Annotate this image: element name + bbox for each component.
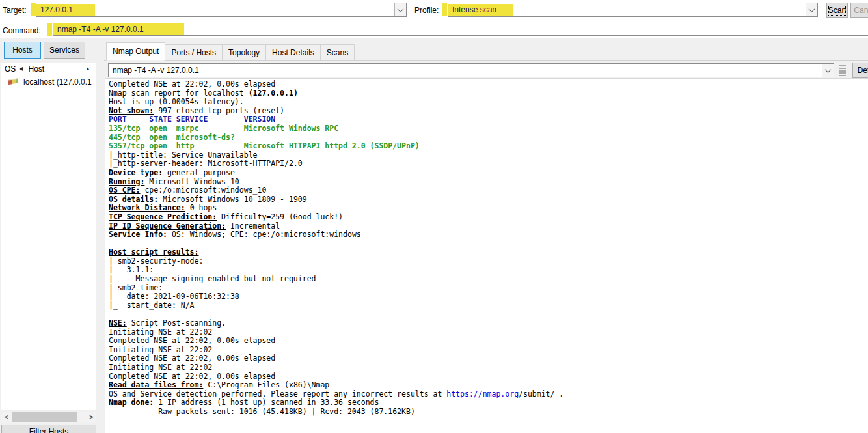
- output-text-segment: Completed NSE at 22:02, 0.00s elapsed: [109, 372, 275, 381]
- output-text-segment: Raw packets sent: 1016 (45.418KB) | Rcvd…: [109, 407, 415, 416]
- output-text-segment: Completed NSE at 22:02, 0.00s elapsed: [109, 354, 275, 363]
- target-value[interactable]: 127.0.0.1: [36, 4, 95, 16]
- output-text-segment: Nmap done:: [109, 398, 154, 407]
- target-combobox[interactable]: 127.0.0.1: [36, 3, 407, 17]
- output-text-segment: /submit/ .: [519, 389, 563, 398]
- output-text-segment: Not shown:: [109, 106, 154, 115]
- output-text-segment: 135/tcp open msrpc Microsoft Windows RPC: [109, 124, 338, 133]
- output-text-segment: | date: 2021-09-06T16:32:38: [109, 292, 239, 301]
- output-text-segment: Device type:: [109, 168, 163, 177]
- scan-combobox[interactable]: nmap -T4 -A -v 127.0.0.1: [108, 63, 834, 77]
- zenmap-window: Target: 127.0.0.1 Profile: Intense scan …: [0, 0, 868, 433]
- host-list-header[interactable]: OS ◀ Host ▲: [1, 63, 96, 76]
- output-text-segment: Difficulty=259 (Good luck!): [217, 212, 343, 221]
- output-text-segment: Incremental: [226, 221, 280, 230]
- scan-dropdown-icon[interactable]: [822, 64, 834, 77]
- host-list-panel: OS ◀ Host ▲ localhost (127.0.0.1: [1, 63, 96, 410]
- output-text-segment: Host script results:: [109, 247, 198, 257]
- output-text-segment: Network Distance:: [109, 203, 185, 212]
- tab-bar: Nmap Output Ports / Hosts Topology Host …: [104, 42, 354, 60]
- output-text-segment: TCP Sequence Prediction:: [109, 212, 217, 221]
- output-text-segment: |_ start_date: N/A: [109, 301, 195, 310]
- scan-combo-value[interactable]: nmap -T4 -A -v 127.0.0.1: [109, 64, 203, 76]
- output-text-segment: general purpose: [163, 168, 235, 177]
- output-text-segment: IP ID Sequence Generation:: [109, 221, 226, 230]
- tab-scans[interactable]: Scans: [320, 44, 355, 60]
- command-value[interactable]: nmap -T4 -A -v 127.0.0.1: [53, 23, 184, 35]
- output-text-segment: | smb2-security-mode:: [109, 257, 208, 266]
- output-text-segment: cpe:/o:microsoft:windows_10: [140, 186, 266, 195]
- profile-value[interactable]: Intense scan: [448, 4, 513, 16]
- profile-combobox[interactable]: Intense scan: [448, 3, 818, 17]
- output-text-segment: 997 closed tcp ports (reset): [154, 106, 284, 115]
- output-text-segment: Microsoft Windows 10: [144, 177, 239, 186]
- command-highlight-strip: [47, 23, 52, 36]
- output-text-segment: Initiating NSE at 22:02: [109, 328, 212, 337]
- output-text-segment: Script Post-scanning.: [127, 318, 226, 328]
- output-text-segment: NSE:: [109, 318, 127, 328]
- output-text-segment: |_http-server-header: Microsoft-HTTPAPI/…: [109, 159, 303, 168]
- target-highlight-strip: [31, 3, 36, 16]
- host-list-item[interactable]: localhost (127.0.0.1: [1, 76, 96, 88]
- details-button[interactable]: Details: [852, 63, 868, 78]
- output-text-segment: Nmap scan report for localhost: [109, 89, 249, 98]
- hosts-button[interactable]: Hosts: [4, 42, 41, 59]
- output-text-segment: | 3.1.1:: [109, 265, 158, 274]
- output-text-segment: Host is up (0.00054s latency).: [109, 97, 244, 106]
- host-list-hscrollbar[interactable]: < >: [1, 412, 96, 423]
- tab-host-details[interactable]: Host Details: [265, 44, 321, 60]
- tab-ports-hosts[interactable]: Ports / Hosts: [165, 44, 223, 60]
- hscrollbar-thumb[interactable]: [12, 412, 77, 422]
- output-text-segment: Completed NSE at 22:02, 0.00s elapsed: [109, 336, 275, 345]
- profile-label: Profile:: [414, 6, 439, 15]
- output-text-segment: Initiating NSE at 22:02: [109, 345, 212, 354]
- output-text-segment: PORT STATE SERVICE VERSION: [109, 115, 275, 124]
- output-text-segment: Completed NSE at 22:02, 0.00s elapsed: [109, 79, 275, 89]
- toolbar: Target: 127.0.0.1 Profile: Intense scan …: [0, 0, 868, 38]
- services-button[interactable]: Services: [44, 42, 85, 59]
- nmap-output-text[interactable]: Completed NSE at 22:02, 0.00s elapsedNma…: [105, 78, 868, 433]
- output-text-segment: Microsoft Windows 10 1809 - 1909: [158, 195, 306, 204]
- output-text-segment: Initiating NSE at 22:02: [109, 363, 212, 372]
- output-text-segment: | smb2-time:: [109, 283, 167, 292]
- scan-button[interactable]: Scan: [826, 3, 848, 18]
- profile-dropdown-icon[interactable]: [806, 3, 817, 16]
- output-text-segment: 5357/tcp open http Microsoft HTTPAPI htt…: [109, 141, 420, 150]
- output-text-segment: Read data files from:: [109, 380, 203, 389]
- output-text-segment: OS details:: [109, 195, 158, 204]
- list-lines-icon: [839, 65, 846, 76]
- nmap-org-link[interactable]: https://nmap.org: [446, 389, 519, 398]
- target-dropdown-icon[interactable]: [394, 3, 406, 16]
- output-text-segment: 0 hops: [185, 203, 217, 212]
- command-entry[interactable]: nmap -T4 -A -v 127.0.0.1: [53, 23, 868, 36]
- target-label: Target:: [3, 6, 27, 15]
- output-text-segment: OS and Service detection performed. Plea…: [109, 389, 446, 398]
- command-label: Command:: [3, 26, 41, 35]
- output-text-segment: |_http-title: Service Unavailable: [109, 150, 257, 160]
- output-text-segment: OS: Windows; CPE: cpe:/o:microsoft:windo…: [167, 230, 361, 239]
- os-column-header[interactable]: OS: [5, 64, 16, 74]
- sort-ascending-icon: ▲: [85, 66, 90, 72]
- tab-topology[interactable]: Topology: [222, 44, 266, 60]
- os-icon: [8, 77, 18, 86]
- output-text-segment: 1 IP address (1 host up) scanned in 33.3…: [154, 398, 379, 407]
- filter-hosts-button[interactable]: Filter Hosts: [1, 425, 96, 433]
- scroll-left-icon[interactable]: <: [1, 413, 11, 421]
- output-text-segment: OS CPE:: [109, 186, 140, 195]
- output-text-segment: 445/tcp open microsoft-ds?: [109, 133, 235, 142]
- output-text-segment: Running:: [109, 177, 144, 186]
- output-text-segment: (127.0.0.1): [249, 89, 298, 98]
- cancel-button[interactable]: Cancel: [850, 3, 868, 18]
- scroll-right-icon[interactable]: >: [87, 413, 96, 421]
- nmap-output-panel: nmap -T4 -A -v 127.0.0.1 Details Complet…: [104, 60, 868, 433]
- output-text-segment: |_ Message signing enabled but not requi…: [109, 274, 316, 283]
- output-text-segment: C:\Program Files (x86)\Nmap: [203, 380, 329, 389]
- column-separator-icon: ◀: [19, 66, 23, 72]
- host-name[interactable]: localhost (127.0.0.1: [23, 77, 92, 87]
- output-text-segment: Service Info:: [109, 230, 167, 239]
- host-column-header[interactable]: Host: [29, 64, 45, 74]
- profile-highlight-strip: [442, 3, 447, 16]
- tab-nmap-output[interactable]: Nmap Output: [106, 42, 165, 61]
